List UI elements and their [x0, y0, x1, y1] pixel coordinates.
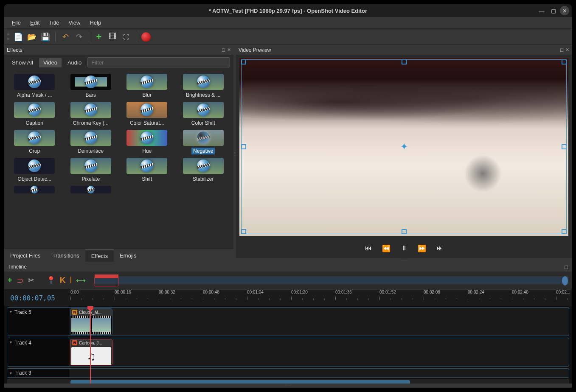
next-marker-button[interactable]: ꘡	[70, 275, 72, 285]
chevron-down-icon: ▾	[10, 371, 12, 375]
main-toolbar: 📄 📂 💾 ↶ ↷ + 🎞 ⛶	[4, 29, 572, 45]
menu-file[interactable]: File	[8, 18, 25, 28]
effect-thumb	[126, 130, 167, 146]
redo-button[interactable]: ↷	[73, 31, 84, 42]
effect-thumb	[183, 74, 224, 90]
open-project-button[interactable]: 📂	[26, 31, 37, 42]
effect-blur[interactable]: Blur	[120, 73, 174, 99]
ruler-tick: 00:02:40	[512, 290, 528, 294]
undock-icon[interactable]: ◻	[222, 47, 225, 53]
track-4-header[interactable]: ▾ Track 4	[7, 338, 70, 366]
menu-view[interactable]: View	[64, 18, 84, 28]
menu-edit[interactable]: Edit	[26, 18, 44, 28]
rewind-button[interactable]: ⏪	[380, 242, 393, 255]
track-4: ▾ Track 4 R Cartoon, J... ♫	[7, 338, 569, 367]
export-button[interactable]	[140, 31, 152, 42]
close-preview-icon[interactable]: ✕	[565, 47, 569, 53]
timeline-scrollbar[interactable]	[7, 379, 569, 384]
menubar: File Edit Title View Help	[4, 17, 572, 29]
effect-label: Object Detec...	[16, 176, 53, 182]
ruler-tick: 00:01:36	[335, 290, 352, 294]
menu-title[interactable]: Title	[45, 18, 63, 28]
zoom-handle[interactable]	[562, 276, 568, 286]
video-preview[interactable]: ✦	[239, 58, 568, 236]
new-project-button[interactable]: 📄	[13, 31, 24, 42]
tab-project-files[interactable]: Project Files	[4, 250, 47, 261]
effect-deinterlace[interactable]: Deinterlace	[64, 129, 118, 155]
effect-alpha-mask-[interactable]: Alpha Mask / ...	[8, 73, 62, 99]
titlebar: * AOTW_Test [FHD 1080p 29.97 fps] - Open…	[4, 4, 572, 17]
chevron-down-icon: ▾	[10, 340, 12, 344]
effect-thumb	[70, 158, 111, 174]
razor-button[interactable]: ✂	[28, 276, 34, 285]
undock-preview-icon[interactable]: ◻	[560, 47, 564, 53]
effect-stabilizer[interactable]: Stabilizer	[177, 157, 230, 183]
prev-marker-button[interactable]: K	[60, 275, 66, 285]
play-pause-button[interactable]: ⏸	[398, 242, 410, 255]
effect-shift[interactable]: Shift	[120, 157, 174, 183]
effect-pixelate[interactable]: Pixelate	[64, 157, 118, 183]
filter-video[interactable]: Video	[39, 58, 62, 67]
effect-extra[interactable]	[64, 185, 118, 194]
menu-help[interactable]: Help	[85, 18, 105, 28]
scrollbar-thumb[interactable]	[70, 380, 410, 384]
center-playhead-button[interactable]: ⟷	[76, 276, 86, 284]
tab-emojis[interactable]: Emojis	[114, 250, 142, 261]
effect-color-saturat-[interactable]: Color Saturat...	[120, 101, 174, 127]
effect-label: Color Saturat...	[128, 120, 166, 126]
jump-start-button[interactable]: ⏮	[362, 242, 375, 255]
effect-label: Stabilizer	[191, 176, 215, 182]
bottom-splitter[interactable]: ⋯⋯	[4, 384, 572, 388]
tracks-area: ▾ Track 5 N Cloudy_M... ▾ Trac	[4, 306, 572, 384]
save-project-button[interactable]: 💾	[40, 31, 51, 42]
track-3-header[interactable]: ▾ Track 3	[7, 369, 70, 377]
effect-crop[interactable]: Crop	[8, 129, 62, 155]
clip-cartoon[interactable]: R Cartoon, J... ♫	[70, 339, 112, 365]
snap-button[interactable]: ⊃	[17, 275, 24, 286]
preview-splitter[interactable]: ⋯⋯	[236, 258, 572, 262]
undock-timeline-icon[interactable]: ◻	[564, 264, 568, 270]
effects-panel-header: Effects ◻ ✕	[4, 45, 233, 55]
toolbar-grip[interactable]	[7, 32, 9, 42]
zoom-selection[interactable]	[95, 274, 118, 286]
track-5-header[interactable]: ▾ Track 5	[7, 308, 70, 336]
ruler-tick: 00:02:24	[468, 290, 484, 294]
timeline-title: Timeline	[8, 264, 27, 270]
effect-hue[interactable]: Hue	[120, 129, 174, 155]
effect-label: Hue	[140, 148, 153, 154]
effect-bars[interactable]: Bars	[64, 73, 118, 99]
effect-label: Blur	[141, 92, 153, 98]
effect-caption[interactable]: Caption	[8, 101, 62, 127]
effect-extra[interactable]	[8, 185, 62, 194]
panel-tabs: Project Files Transitions Effects Emojis	[4, 249, 233, 262]
minimize-button[interactable]: —	[536, 6, 547, 15]
effect-brightness-[interactable]: Brightness & ...	[177, 73, 230, 99]
effect-label: Alpha Mask / ...	[15, 92, 54, 98]
profile-button[interactable]: 🎞	[107, 31, 118, 42]
import-files-button[interactable]: +	[93, 31, 104, 42]
preview-panel-header: Video Preview ◻ ✕	[236, 45, 572, 55]
close-button[interactable]: ✕	[560, 6, 569, 15]
effect-negative[interactable]: Negative	[177, 129, 230, 155]
jump-end-button[interactable]: ⏭	[433, 242, 446, 255]
zoom-slider[interactable]	[94, 277, 568, 284]
undo-button[interactable]: ↶	[60, 31, 71, 42]
effect-object-detec-[interactable]: Object Detec...	[8, 157, 62, 183]
fast-forward-button[interactable]: ⏩	[416, 242, 428, 255]
clip-cloudy[interactable]: N Cloudy_M...	[70, 308, 112, 335]
filter-input[interactable]	[87, 57, 230, 67]
add-track-button[interactable]: +	[8, 276, 12, 285]
maximize-button[interactable]: ▢	[548, 6, 559, 15]
effect-label: Bars	[84, 92, 98, 98]
timeline-ruler[interactable]: 00:00:07,05 0:0000:00:1600:00:3200:00:48…	[4, 289, 572, 306]
effect-chroma-key-[interactable]: Chroma Key (...	[64, 101, 118, 127]
tab-effects[interactable]: Effects	[85, 249, 114, 262]
fullscreen-button[interactable]: ⛶	[121, 31, 132, 42]
tab-transitions[interactable]: Transitions	[47, 250, 85, 261]
close-panel-icon[interactable]: ✕	[227, 47, 231, 53]
filter-audio[interactable]: Audio	[63, 58, 86, 67]
effects-grid: Alpha Mask / ...BarsBlurBrightness & ...…	[4, 70, 233, 249]
effect-color-shift[interactable]: Color Shift	[177, 101, 230, 127]
filter-show-all[interactable]: Show All	[8, 58, 37, 67]
add-marker-button[interactable]: 📍	[46, 276, 56, 285]
